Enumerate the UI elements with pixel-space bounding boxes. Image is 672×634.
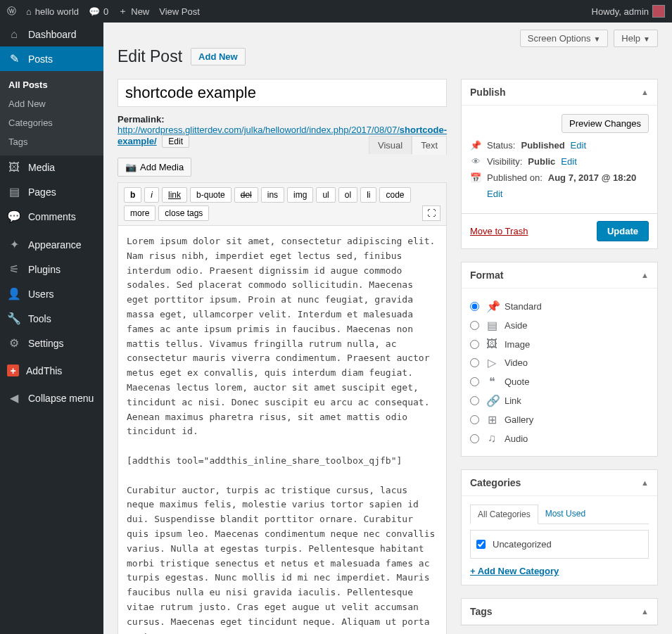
format-radio[interactable] xyxy=(470,377,479,386)
qt-img-button[interactable]: img xyxy=(287,187,313,203)
format-image[interactable]: 🖼Image xyxy=(470,335,649,353)
edit-visibility-link[interactable]: Edit xyxy=(561,156,576,167)
screen-options-button[interactable]: Screen Options▼ xyxy=(520,30,609,47)
help-button[interactable]: Help▼ xyxy=(614,30,658,47)
update-button[interactable]: Update xyxy=(597,221,649,241)
format-standard[interactable]: 📌Standard xyxy=(470,297,649,316)
format-label: Image xyxy=(505,339,530,350)
sidebar-sub-tags[interactable]: Tags xyxy=(0,132,103,151)
toggle-icon[interactable]: ▲ xyxy=(641,478,649,487)
qt-del-button[interactable]: del xyxy=(234,187,258,203)
sidebar-item-users[interactable]: 👤Users xyxy=(0,281,103,306)
format-radio[interactable] xyxy=(470,358,479,367)
qt-b-quote-button[interactable]: b-quote xyxy=(190,187,232,203)
sidebar-sub-categories[interactable]: Categories xyxy=(0,113,103,132)
sidebar-item-appearance[interactable]: ✦Appearance xyxy=(0,232,103,257)
category-checkbox[interactable] xyxy=(476,540,486,549)
sidebar-item-addthis[interactable]: +AddThis xyxy=(0,359,103,382)
fullscreen-button[interactable]: ⛶ xyxy=(422,205,440,221)
format-video[interactable]: ▷Video xyxy=(470,353,649,372)
format-gallery[interactable]: ⊞Gallery xyxy=(470,410,649,429)
sidebar-item-label: Posts xyxy=(28,53,53,65)
settings-icon: ⚙ xyxy=(7,336,21,350)
sidebar-sub-all-posts[interactable]: All Posts xyxy=(0,75,103,94)
edit-status-link[interactable]: Edit xyxy=(571,140,586,151)
account-link[interactable]: Howdy, admin xyxy=(592,5,665,18)
text-tab[interactable]: Text xyxy=(412,136,447,155)
audio-icon: ♫ xyxy=(486,432,497,445)
format-box: Format▲ 📌Standard▤Aside🖼Image▷Video❝Quot… xyxy=(461,262,658,457)
format-radio[interactable] xyxy=(470,415,479,424)
qt-li-button[interactable]: li xyxy=(360,187,376,203)
edit-date-link[interactable]: Edit xyxy=(487,189,502,199)
gallery-icon: ⊞ xyxy=(486,413,497,426)
pages-icon: ▤ xyxy=(7,185,21,198)
qt-ins-button[interactable]: ins xyxy=(261,187,284,203)
tools-icon: 🔧 xyxy=(7,312,21,325)
add-category-link[interactable]: + Add New Category xyxy=(470,566,559,576)
comments-link[interactable]: 💬 0 xyxy=(89,6,108,17)
sidebar-item-label: Settings xyxy=(28,338,64,349)
page-title: Edit Post xyxy=(118,47,182,66)
sidebar-item-label: Tools xyxy=(28,313,51,324)
format-audio[interactable]: ♫Audio xyxy=(470,429,649,448)
tab-most-used[interactable]: Most Used xyxy=(538,505,592,524)
move-to-trash-link[interactable]: Move to Trash xyxy=(470,226,528,236)
standard-icon: 📌 xyxy=(486,300,497,313)
sidebar-item-label: Plugins xyxy=(28,264,61,275)
visibility-icon: 👁 xyxy=(470,156,481,167)
sidebar-item-posts[interactable]: ✎Posts xyxy=(0,46,103,71)
format-radio[interactable] xyxy=(470,434,479,443)
qt-ul-button[interactable]: ul xyxy=(316,187,335,203)
visual-tab[interactable]: Visual xyxy=(369,136,412,154)
toggle-icon[interactable]: ▲ xyxy=(641,607,649,616)
site-link[interactable]: ⌂ hello world xyxy=(26,6,79,17)
format-radio[interactable] xyxy=(470,396,479,405)
wp-logo[interactable]: ⓦ xyxy=(7,5,16,18)
sidebar-item-collapse-menu[interactable]: ◀Collapse menu xyxy=(0,386,103,410)
qt-i-button[interactable]: i xyxy=(144,187,159,203)
toggle-icon[interactable]: ▲ xyxy=(641,88,649,96)
avatar xyxy=(652,5,665,18)
add-media-button[interactable]: 📷 Add Media xyxy=(118,158,191,177)
sidebar-item-settings[interactable]: ⚙Settings xyxy=(0,331,103,355)
format-quote[interactable]: ❝Quote xyxy=(470,372,649,391)
format-label: Standard xyxy=(505,301,542,312)
main-content: Screen Options▼ Help▼ Edit Post Add New … xyxy=(103,23,672,634)
category-item[interactable]: Uncategorized xyxy=(476,536,642,552)
sidebar-item-pages[interactable]: ▤Pages xyxy=(0,179,103,204)
users-icon: 👤 xyxy=(7,287,21,300)
preview-changes-button[interactable]: Preview Changes xyxy=(562,114,649,133)
add-new-button[interactable]: Add New xyxy=(191,48,246,65)
qt-close-tags-button[interactable]: close tags xyxy=(158,205,209,221)
post-title-input[interactable] xyxy=(118,79,447,107)
sidebar-item-media[interactable]: 🖾Media xyxy=(0,156,103,179)
sidebar-item-tools[interactable]: 🔧Tools xyxy=(0,306,103,331)
format-aside[interactable]: ▤Aside xyxy=(470,316,649,335)
sidebar-item-comments[interactable]: 💬Comments xyxy=(0,204,103,229)
sidebar-item-dashboard[interactable]: ⌂Dashboard xyxy=(0,23,103,46)
qt-ol-button[interactable]: ol xyxy=(338,187,357,203)
sidebar-item-label: Appearance xyxy=(28,239,82,251)
format-radio[interactable] xyxy=(470,302,479,311)
qt-link-button[interactable]: link xyxy=(162,187,187,203)
qt-code-button[interactable]: code xyxy=(379,187,410,203)
qt-more-button[interactable]: more xyxy=(124,205,156,221)
qt-b-button[interactable]: b xyxy=(124,187,141,203)
toggle-icon[interactable]: ▲ xyxy=(641,271,649,279)
edit-slug-button[interactable]: Edit xyxy=(162,135,189,148)
format-radio[interactable] xyxy=(470,321,479,330)
new-link[interactable]: ＋ New xyxy=(118,5,149,18)
content-textarea[interactable]: Lorem ipsum dolor sit amet, consectetur … xyxy=(118,226,446,634)
format-label: Link xyxy=(505,395,521,406)
format-radio[interactable] xyxy=(470,340,479,349)
format-link[interactable]: 🔗Link xyxy=(470,391,649,410)
format-label: Video xyxy=(505,357,528,368)
format-label: Gallery xyxy=(505,414,533,425)
dashboard-icon: ⌂ xyxy=(7,28,21,41)
sidebar-sub-add-new[interactable]: Add New xyxy=(0,94,103,113)
sidebar-item-plugins[interactable]: ⚟Plugins xyxy=(0,257,103,281)
tab-all-categories[interactable]: All Categories xyxy=(470,505,538,524)
image-icon: 🖼 xyxy=(486,338,497,350)
view-post-link[interactable]: View Post xyxy=(159,6,200,17)
